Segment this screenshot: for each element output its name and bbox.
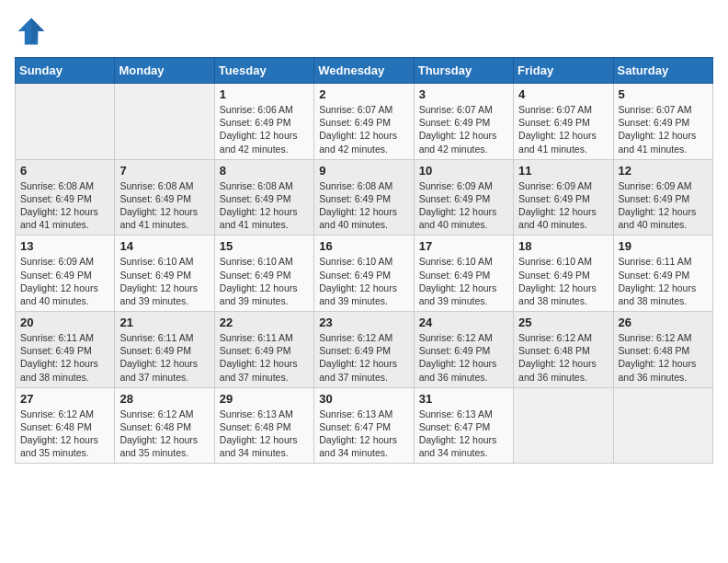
day-info: Sunrise: 6:07 AM Sunset: 6:49 PM Dayligh… [319,103,408,155]
calendar-cell: 2Sunrise: 6:07 AM Sunset: 6:49 PM Daylig… [314,84,414,160]
calendar-cell: 30Sunrise: 6:13 AM Sunset: 6:47 PM Dayli… [314,387,414,464]
calendar-cell: 12Sunrise: 6:09 AM Sunset: 6:49 PM Dayli… [613,159,712,236]
day-number: 15 [220,239,309,253]
calendar-week-row: 1Sunrise: 6:06 AM Sunset: 6:49 PM Daylig… [16,84,713,160]
day-number: 8 [220,164,309,178]
day-number: 22 [220,316,309,329]
day-info: Sunrise: 6:08 AM Sunset: 6:49 PM Dayligh… [20,179,109,232]
day-number: 20 [20,316,109,329]
calendar-cell: 3Sunrise: 6:07 AM Sunset: 6:49 PM Daylig… [414,84,513,160]
day-info: Sunrise: 6:12 AM Sunset: 6:48 PM Dayligh… [20,408,109,460]
day-info: Sunrise: 6:09 AM Sunset: 6:49 PM Dayligh… [419,179,508,232]
day-info: Sunrise: 6:09 AM Sunset: 6:49 PM Dayligh… [619,179,708,232]
day-info: Sunrise: 6:11 AM Sunset: 6:49 PM Dayligh… [220,331,309,384]
day-info: Sunrise: 6:11 AM Sunset: 6:49 PM Dayligh… [20,331,109,384]
day-number: 26 [619,316,708,329]
day-info: Sunrise: 6:11 AM Sunset: 6:49 PM Dayligh… [119,331,209,384]
calendar-cell: 28Sunrise: 6:12 AM Sunset: 6:48 PM Dayli… [115,387,214,464]
day-number: 24 [419,316,508,329]
day-info: Sunrise: 6:10 AM Sunset: 6:49 PM Dayligh… [419,255,508,307]
day-info: Sunrise: 6:12 AM Sunset: 6:49 PM Dayligh… [319,331,408,384]
day-number: 12 [619,164,708,178]
day-info: Sunrise: 6:13 AM Sunset: 6:47 PM Dayligh… [319,408,408,460]
day-number: 6 [20,164,109,178]
day-number: 17 [419,239,508,253]
calendar-cell: 7Sunrise: 6:08 AM Sunset: 6:49 PM Daylig… [115,159,214,236]
day-number: 29 [220,392,309,406]
calendar-cell: 19Sunrise: 6:11 AM Sunset: 6:49 PM Dayli… [613,236,712,312]
page-header [15,15,713,48]
calendar-header: SundayMondayTuesdayWednesdayThursdayFrid… [16,58,713,84]
day-info: Sunrise: 6:07 AM Sunset: 6:49 PM Dayligh… [419,103,508,155]
day-info: Sunrise: 6:13 AM Sunset: 6:48 PM Dayligh… [220,408,309,460]
calendar-cell: 10Sunrise: 6:09 AM Sunset: 6:49 PM Dayli… [414,159,513,236]
calendar-cell: 6Sunrise: 6:08 AM Sunset: 6:49 PM Daylig… [16,159,115,236]
day-info: Sunrise: 6:12 AM Sunset: 6:48 PM Dayligh… [518,331,608,384]
calendar-table: SundayMondayTuesdayWednesdayThursdayFrid… [15,57,713,464]
day-number: 23 [319,316,408,329]
calendar-cell: 27Sunrise: 6:12 AM Sunset: 6:48 PM Dayli… [16,387,115,464]
calendar-cell: 15Sunrise: 6:10 AM Sunset: 6:49 PM Dayli… [214,236,313,312]
day-number: 9 [319,164,408,178]
day-info: Sunrise: 6:10 AM Sunset: 6:49 PM Dayligh… [518,255,608,307]
calendar-cell: 26Sunrise: 6:12 AM Sunset: 6:48 PM Dayli… [613,312,712,388]
day-number: 13 [20,239,109,253]
calendar-week-row: 13Sunrise: 6:09 AM Sunset: 6:49 PM Dayli… [16,236,713,312]
calendar-cell: 5Sunrise: 6:07 AM Sunset: 6:49 PM Daylig… [613,84,712,160]
day-info: Sunrise: 6:10 AM Sunset: 6:49 PM Dayligh… [220,255,309,307]
day-info: Sunrise: 6:07 AM Sunset: 6:49 PM Dayligh… [619,103,708,155]
calendar-cell: 17Sunrise: 6:10 AM Sunset: 6:49 PM Dayli… [414,236,513,312]
column-header-friday: Friday [514,58,613,84]
calendar-cell [613,387,712,464]
calendar-cell: 20Sunrise: 6:11 AM Sunset: 6:49 PM Dayli… [16,312,115,388]
day-number: 16 [319,239,408,253]
day-number: 2 [319,87,408,101]
day-number: 14 [119,239,209,253]
day-number: 25 [518,316,608,329]
calendar-cell [115,84,214,160]
calendar-cell [16,84,115,160]
column-header-tuesday: Tuesday [214,58,313,84]
day-number: 3 [419,87,508,101]
calendar-cell: 25Sunrise: 6:12 AM Sunset: 6:48 PM Dayli… [514,312,613,388]
day-number: 19 [619,239,708,253]
day-info: Sunrise: 6:09 AM Sunset: 6:49 PM Dayligh… [20,255,109,307]
calendar-cell: 18Sunrise: 6:10 AM Sunset: 6:49 PM Dayli… [514,236,613,312]
calendar-cell: 13Sunrise: 6:09 AM Sunset: 6:49 PM Dayli… [16,236,115,312]
calendar-cell [514,387,613,464]
day-info: Sunrise: 6:09 AM Sunset: 6:49 PM Dayligh… [518,179,608,232]
column-header-thursday: Thursday [414,58,513,84]
day-number: 11 [518,164,608,178]
calendar-cell: 16Sunrise: 6:10 AM Sunset: 6:49 PM Dayli… [314,236,414,312]
day-info: Sunrise: 6:08 AM Sunset: 6:49 PM Dayligh… [319,179,408,232]
calendar-cell: 11Sunrise: 6:09 AM Sunset: 6:49 PM Dayli… [514,159,613,236]
day-info: Sunrise: 6:07 AM Sunset: 6:49 PM Dayligh… [518,103,608,155]
calendar-cell: 8Sunrise: 6:08 AM Sunset: 6:49 PM Daylig… [214,159,313,236]
day-number: 31 [419,392,508,406]
column-header-wednesday: Wednesday [314,58,414,84]
day-number: 1 [220,87,309,101]
calendar-cell: 23Sunrise: 6:12 AM Sunset: 6:49 PM Dayli… [314,312,414,388]
calendar-cell: 4Sunrise: 6:07 AM Sunset: 6:49 PM Daylig… [514,84,613,160]
calendar-cell: 9Sunrise: 6:08 AM Sunset: 6:49 PM Daylig… [314,159,414,236]
day-number: 27 [20,392,109,406]
day-number: 18 [518,239,608,253]
day-number: 21 [119,316,209,329]
day-number: 5 [619,87,708,101]
day-number: 28 [119,392,209,406]
day-info: Sunrise: 6:10 AM Sunset: 6:49 PM Dayligh… [119,255,209,307]
calendar-cell: 24Sunrise: 6:12 AM Sunset: 6:49 PM Dayli… [414,312,513,388]
calendar-cell: 14Sunrise: 6:10 AM Sunset: 6:49 PM Dayli… [115,236,214,312]
calendar-cell: 31Sunrise: 6:13 AM Sunset: 6:47 PM Dayli… [414,387,513,464]
day-info: Sunrise: 6:08 AM Sunset: 6:49 PM Dayligh… [119,179,209,232]
day-info: Sunrise: 6:11 AM Sunset: 6:49 PM Dayligh… [619,255,708,307]
column-header-saturday: Saturday [613,58,712,84]
calendar-week-row: 27Sunrise: 6:12 AM Sunset: 6:48 PM Dayli… [16,387,713,464]
calendar-body: 1Sunrise: 6:06 AM Sunset: 6:49 PM Daylig… [16,84,713,464]
day-info: Sunrise: 6:06 AM Sunset: 6:49 PM Dayligh… [220,103,309,155]
day-number: 30 [319,392,408,406]
day-info: Sunrise: 6:10 AM Sunset: 6:49 PM Dayligh… [319,255,408,307]
day-number: 4 [518,87,608,101]
logo [15,15,51,48]
day-number: 10 [419,164,508,178]
